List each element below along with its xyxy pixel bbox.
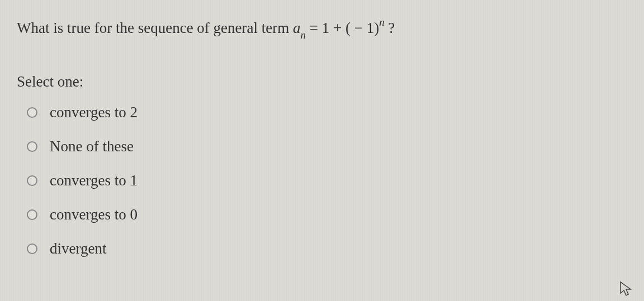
select-one-label: Select one: (17, 73, 627, 90)
option-label: converges to 0 (50, 206, 138, 223)
radio-icon (27, 243, 37, 254)
option-none[interactable]: None of these (27, 138, 627, 155)
question-prefix: What is true for the sequence of general… (17, 20, 289, 36)
radio-icon (27, 107, 37, 118)
radio-icon (27, 175, 37, 186)
option-label: divergent (50, 240, 106, 257)
option-label: converges to 1 (50, 172, 138, 189)
option-label: None of these (50, 138, 134, 155)
option-divergent[interactable]: divergent (27, 240, 627, 257)
cursor-icon (619, 281, 633, 297)
question-suffix: ? (388, 20, 395, 36)
radio-icon (27, 141, 37, 152)
question-text: What is true for the sequence of general… (17, 17, 627, 41)
formula-sub: n (301, 29, 306, 41)
formula-var: a (293, 20, 301, 36)
option-converges-2[interactable]: converges to 2 (27, 104, 627, 121)
options-group: converges to 2 None of these converges t… (17, 104, 627, 257)
formula-sup: n (379, 16, 384, 28)
option-converges-1[interactable]: converges to 1 (27, 172, 627, 189)
formula-mid: = 1 + ( − 1) (310, 20, 379, 36)
option-label: converges to 2 (50, 104, 138, 121)
radio-icon (27, 209, 37, 220)
option-converges-0[interactable]: converges to 0 (27, 206, 627, 223)
